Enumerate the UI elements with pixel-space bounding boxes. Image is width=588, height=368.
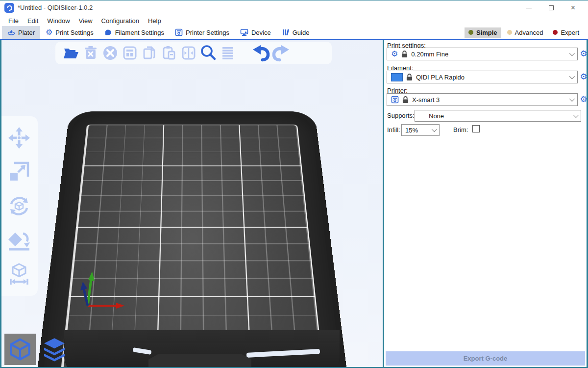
chevron-down-icon <box>432 127 437 132</box>
delete-button[interactable] <box>81 43 100 63</box>
menu-window[interactable]: Window <box>43 17 74 25</box>
close-button[interactable]: × <box>562 0 584 15</box>
filament-select[interactable]: QIDI PLA Rapido <box>387 71 578 83</box>
books-icon <box>282 28 290 36</box>
measure-button[interactable] <box>6 262 32 287</box>
rotate-button[interactable] <box>6 193 32 219</box>
undo-icon <box>251 43 271 63</box>
menu-view[interactable]: View <box>74 17 97 25</box>
search-button[interactable] <box>198 43 218 63</box>
mode-expert[interactable]: Expert <box>549 27 583 38</box>
app-logo-swirl <box>5 4 13 11</box>
minimize-button[interactable] <box>518 0 540 15</box>
variable-layer-height-button[interactable] <box>218 43 238 63</box>
plater-icon <box>7 28 15 36</box>
mode-label: Advanced <box>515 29 543 36</box>
copy-icon <box>141 44 158 62</box>
infill-label: Infill: <box>387 126 400 133</box>
tab-bar: Plater ⚙ Print Settings Filament Setting… <box>0 26 588 40</box>
gear-icon: ⚙ <box>391 50 398 58</box>
tab-bar-spacer <box>315 26 465 39</box>
left-toolbar <box>1 116 38 296</box>
split-objects-icon <box>180 44 197 62</box>
mode-simple[interactable]: Simple <box>465 27 501 38</box>
arrange-button[interactable] <box>120 43 140 63</box>
paste-button[interactable] <box>159 43 179 63</box>
mode-advanced[interactable]: Advanced <box>503 27 547 38</box>
split-objects-button[interactable] <box>179 43 198 63</box>
menu-configuration[interactable]: Configuration <box>97 17 144 25</box>
build-plate-body <box>22 111 362 367</box>
copy-button[interactable] <box>140 43 159 63</box>
tab-label: Printer Settings <box>186 29 229 36</box>
supports-label: Supports: <box>387 112 415 119</box>
chevron-down-icon <box>569 74 575 79</box>
lock-icon <box>406 74 413 81</box>
supports-select[interactable]: None <box>415 110 581 122</box>
menu-file[interactable]: File <box>4 17 23 25</box>
3d-editor-view-icon <box>7 336 33 363</box>
search-icon <box>199 44 218 62</box>
tab-label: Print Settings <box>55 29 93 36</box>
minimize-icon <box>526 8 532 8</box>
window-title: *Untitled - QIDISlicer-1.0.2 <box>18 4 93 11</box>
printer-value: X-smart 3 <box>412 96 440 104</box>
tab-device[interactable]: Device <box>235 26 276 39</box>
paste-icon <box>160 44 178 62</box>
main-content: Print settings: ⚙ 0.20mm Fine ⚙ Filament… <box>0 40 588 368</box>
place-on-face-icon <box>7 229 31 252</box>
simple-mode-dot-icon <box>468 30 473 35</box>
tab-printer-settings[interactable]: Printer Settings <box>170 26 235 39</box>
mode-label: Expert <box>561 29 579 36</box>
filament-color-swatch <box>391 73 403 81</box>
open-button[interactable] <box>61 43 81 63</box>
menu-bar: File Edit Window View Configuration Help <box>0 15 588 26</box>
move-button[interactable] <box>6 125 32 151</box>
edit-printer-button[interactable]: ⚙ <box>579 95 588 104</box>
z-axis-arrowhead <box>80 282 87 290</box>
infill-select[interactable]: 15% <box>401 124 440 136</box>
lock-icon <box>401 51 408 58</box>
delete-icon <box>82 44 99 62</box>
origin-axes-indicator <box>73 267 133 315</box>
filament-value: QIDI PLA Rapido <box>416 74 465 81</box>
tab-filament-settings[interactable]: Filament Settings <box>99 26 170 39</box>
redo-button[interactable] <box>271 43 291 63</box>
maximize-button[interactable] <box>540 0 562 15</box>
variable-layer-height-icon <box>219 44 237 62</box>
tab-print-settings[interactable]: ⚙ Print Settings <box>40 26 99 39</box>
undo-button[interactable] <box>251 43 271 63</box>
move-icon <box>7 126 31 150</box>
preview-layers-button[interactable] <box>39 334 70 365</box>
title-bar: *Untitled - QIDISlicer-1.0.2 × <box>0 0 588 15</box>
mode-selector: Simple Advanced Expert <box>465 26 588 39</box>
place-on-face-button[interactable] <box>6 228 32 253</box>
tab-plater[interactable]: Plater <box>2 26 40 39</box>
edit-print-settings-button[interactable]: ⚙ <box>579 50 588 58</box>
infill-value: 15% <box>405 127 418 134</box>
tab-label: Plater <box>18 29 35 36</box>
tab-label: Device <box>251 29 271 36</box>
window-controls: × <box>518 0 584 15</box>
expert-mode-dot-icon <box>553 30 558 35</box>
menu-edit[interactable]: Edit <box>23 17 43 25</box>
brim-checkbox[interactable] <box>472 125 480 132</box>
delete-all-button[interactable] <box>100 43 120 63</box>
export-gcode-button[interactable]: Export G-code <box>386 351 585 366</box>
printer-select[interactable]: X-smart 3 <box>387 93 578 106</box>
tab-guide[interactable]: Guide <box>276 26 315 39</box>
3d-viewport[interactable] <box>1 40 383 367</box>
y-axis-arrowhead <box>88 271 95 281</box>
app-logo-icon <box>4 3 14 13</box>
print-settings-select[interactable]: ⚙ 0.20mm Fine <box>387 48 578 60</box>
supports-value: None <box>429 112 444 120</box>
tab-label: Filament Settings <box>115 29 164 36</box>
settings-panel: Print settings: ⚙ 0.20mm Fine ⚙ Filament… <box>384 40 587 367</box>
printer-icon <box>175 28 183 36</box>
preview-layers-icon <box>41 336 68 363</box>
edit-filament-button[interactable]: ⚙ <box>579 73 588 81</box>
menu-help[interactable]: Help <box>144 17 166 25</box>
scale-button[interactable] <box>6 159 32 184</box>
3d-editor-view-button[interactable] <box>4 334 36 365</box>
build-plate-handle <box>148 354 251 367</box>
